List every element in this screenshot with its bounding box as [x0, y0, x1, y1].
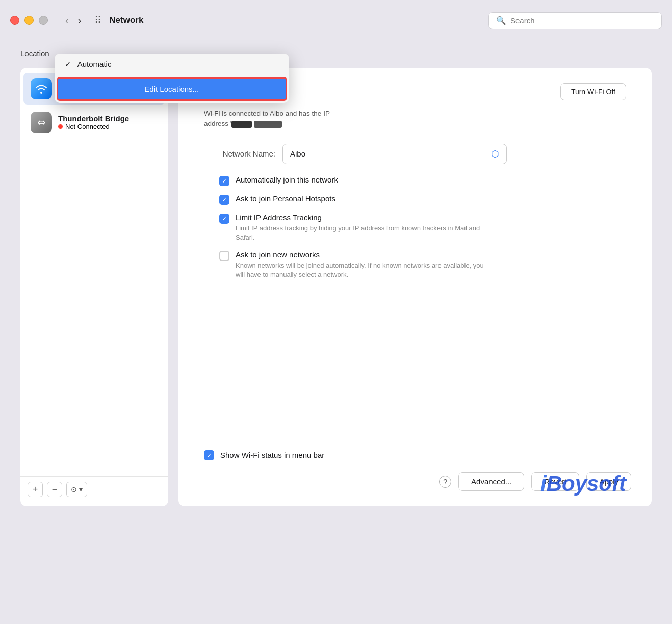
select-arrow-icon: ⬡ — [491, 148, 499, 160]
add-network-button[interactable]: + — [28, 482, 43, 497]
ask-new-networks-checkbox[interactable] — [219, 251, 229, 261]
help-button[interactable]: ? — [439, 476, 451, 488]
thunderbolt-icon: ⇔ — [31, 112, 52, 133]
main-content: Location ✓ Automatic Edit Locations... — [0, 41, 672, 624]
bottom-buttons: ? Advanced... Revert Apply — [439, 472, 631, 491]
remove-network-button[interactable]: − — [47, 482, 62, 497]
turn-wifi-button[interactable]: Turn Wi-Fi Off — [560, 83, 626, 100]
action-menu-button[interactable]: ⊙ ▾ — [66, 482, 87, 497]
location-label: Location — [20, 49, 49, 58]
limit-ip-checkbox[interactable]: ✓ — [219, 214, 229, 224]
show-wifi-checkbox[interactable]: ✓ — [204, 450, 214, 460]
title-bar: ‹ › ⠿ Network 🔍 — [0, 0, 672, 41]
revert-button[interactable]: Revert — [531, 472, 579, 491]
location-row: Location ✓ Automatic Edit Locations... — [20, 49, 652, 58]
ip-description: Wi-Fi is connected to Aibo and has the I… — [204, 109, 626, 129]
dropdown-item-automatic[interactable]: ✓ Automatic — [55, 54, 289, 75]
minimize-button[interactable] — [24, 16, 34, 25]
ip-redacted-2 — [254, 121, 282, 128]
auto-join-checkbox[interactable]: ✓ — [219, 176, 229, 186]
dropdown-item-edit[interactable]: Edit Locations... — [57, 77, 287, 101]
edit-locations-label: Edit Locations... — [144, 85, 199, 93]
network-name-label: Network Name: — [204, 149, 275, 158]
dropdown-automatic-label: Automatic — [77, 60, 112, 68]
checkbox-personal-hotspot: ✓ Ask to join Personal Hotspots — [219, 194, 626, 205]
sidebar-item-thunderbolt[interactable]: ⇔ Thunderbolt Bridge Not Connected — [23, 107, 165, 138]
traffic-lights — [10, 16, 48, 25]
ask-new-networks-label: Ask to join new networks — [236, 250, 490, 259]
grid-icon[interactable]: ⠿ — [94, 14, 102, 27]
checkbox-auto-join: ✓ Automatically join this network — [219, 175, 626, 186]
apply-button[interactable]: Apply — [586, 472, 631, 491]
maximize-button[interactable] — [39, 16, 48, 25]
thunderbolt-item-text: Thunderbolt Bridge Not Connected — [58, 114, 129, 131]
network-name-select[interactable]: Aibo ⬡ — [282, 144, 507, 164]
checkbox-limit-ip: ✓ Limit IP Address Tracking Limit IP add… — [219, 213, 626, 242]
location-dropdown-menu: ✓ Automatic Edit Locations... — [55, 54, 289, 103]
search-icon: 🔍 — [496, 16, 506, 25]
thunderbolt-status-dot — [58, 124, 63, 129]
checkbox-group: ✓ Automatically join this network ✓ Ask … — [219, 175, 626, 280]
limit-ip-label: Limit IP Address Tracking — [236, 213, 490, 222]
sidebar-footer: + − ⊙ ▾ — [20, 476, 168, 502]
limit-ip-sublabel: Limit IP address tracking by hiding your… — [236, 224, 490, 242]
detail-panel: Status: Connected Turn Wi-Fi Off Wi-Fi i… — [178, 68, 652, 506]
thunderbolt-status-text: Not Connected — [65, 123, 110, 131]
personal-hotspot-label: Ask to join Personal Hotspots — [236, 194, 335, 203]
thunderbolt-item-name: Thunderbolt Bridge — [58, 114, 129, 123]
search-bar[interactable]: 🔍 — [488, 12, 662, 29]
thunderbolt-item-status: Not Connected — [58, 123, 129, 131]
network-name-value: Aibo — [290, 149, 305, 158]
sidebar: Wi-Fi Connected ⇔ Thunderbolt Bridge Not… — [20, 68, 168, 506]
network-name-row: Network Name: Aibo ⬡ — [204, 144, 626, 164]
action-menu-chevron: ▾ — [79, 485, 83, 493]
checkbox-ask-new-networks: Ask to join new networks Known networks … — [219, 250, 626, 279]
forward-button[interactable]: › — [75, 13, 85, 29]
window-title: Network — [109, 15, 143, 25]
bottom-section: Wi-Fi Connected ⇔ Thunderbolt Bridge Not… — [20, 68, 652, 624]
ask-new-networks-sublabel: Known networks will be joined automatica… — [236, 261, 490, 279]
auto-join-label: Automatically join this network — [236, 175, 338, 184]
show-wifi-label: Show Wi-Fi status in menu bar — [220, 451, 324, 459]
close-button[interactable] — [10, 16, 19, 25]
ip-redacted-1 — [231, 121, 252, 128]
search-input[interactable] — [510, 16, 654, 25]
back-button[interactable]: ‹ — [62, 13, 72, 29]
show-wifi-row: ✓ Show Wi-Fi status in menu bar — [204, 450, 626, 460]
wifi-icon — [31, 78, 52, 99]
action-menu-icon: ⊙ — [71, 485, 77, 493]
nav-arrows: ‹ › — [62, 13, 84, 29]
checkmark-icon: ✓ — [65, 60, 71, 69]
personal-hotspot-checkbox[interactable]: ✓ — [219, 195, 229, 205]
advanced-button[interactable]: Advanced... — [458, 472, 524, 491]
